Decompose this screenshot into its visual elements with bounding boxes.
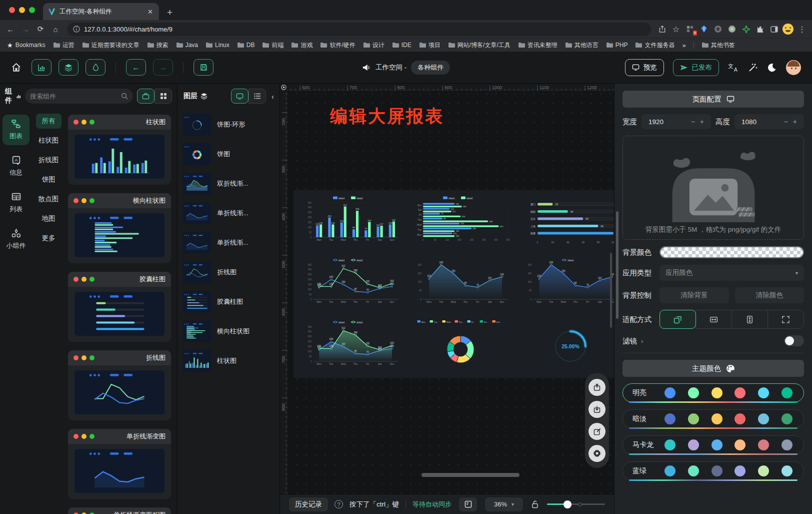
browser-tab[interactable]: 工作空间-各种组件 ✕ <box>43 3 159 20</box>
dark-mode-moon-icon[interactable] <box>767 63 777 73</box>
settings-gear-icon[interactable] <box>588 445 606 462</box>
bookmarks-manager[interactable]: ★ Bookmarks <box>7 42 46 49</box>
browser-menu-icon[interactable]: ⋮ <box>796 23 808 35</box>
dashboard-chart-line-single[interactable]: 050100150200MonTueWedThuFriSatSun1202001… <box>410 256 512 310</box>
height-increase-button[interactable]: + <box>790 118 800 126</box>
component-card[interactable]: 胶囊柱图 <box>68 272 171 342</box>
preview-button[interactable]: 预览 <box>625 59 664 76</box>
zoom-slider-handle[interactable] <box>564 500 572 508</box>
layer-item[interactable]: 单折线渐... <box>182 202 274 224</box>
collapse-panel-chevron-icon[interactable]: ‹ <box>270 92 276 101</box>
layer-item[interactable]: 饼图 <box>182 143 274 165</box>
save-button[interactable] <box>194 59 214 76</box>
background-upload-area[interactable]: 背景图需小于 5M ，格式为 png/jpg/gif 的文件 <box>622 136 804 240</box>
share-icon[interactable] <box>656 23 668 35</box>
component-card[interactable]: 折线图 <box>68 350 171 420</box>
dashboard[interactable]: 050100150200250300350MonTueWedThuFriSatS… <box>294 190 614 378</box>
filter-item[interactable]: 柱状图 <box>38 136 59 145</box>
background-color-swatch[interactable] <box>660 246 804 258</box>
zoom-slider[interactable] <box>547 500 605 508</box>
filter-item[interactable]: 地图 <box>42 214 56 223</box>
category-chart[interactable]: 图表 <box>2 115 30 145</box>
history-button[interactable]: 历史记录 <box>289 497 328 511</box>
filter-item[interactable]: 折线图 <box>38 156 59 165</box>
publish-button[interactable]: 已发布 <box>673 59 720 76</box>
app-type-select[interactable]: 应用颜色 ▾ <box>660 265 804 281</box>
address-bar[interactable]: 127.0.0.1:3000/#/chart/home/9 <box>67 23 651 36</box>
back-icon[interactable]: ← <box>4 23 17 36</box>
layer-item[interactable]: 饼图-环形 <box>182 114 274 136</box>
component-card[interactable]: 单折线渐变面积图 <box>68 507 171 514</box>
bookmark-folder[interactable]: 资讯未整理 <box>518 41 558 50</box>
bottom-panel-toggle-button[interactable] <box>459 497 477 511</box>
bookmark-folder[interactable]: 搜索 <box>147 41 168 50</box>
minimize-window-icon[interactable] <box>19 7 25 13</box>
workspace-name-chip[interactable]: 各种组件 <box>411 61 450 75</box>
layer-thumbnail-view-button[interactable] <box>231 89 248 104</box>
category-table[interactable]: 列表 <box>2 188 30 218</box>
bookmark-folder[interactable]: 游戏 <box>291 41 312 50</box>
dashboard-chart-pie-donut[interactable]: MonTueWedThuFriSatSun <box>410 318 512 372</box>
fit-width-button[interactable] <box>696 310 732 329</box>
new-tab-button[interactable]: + <box>159 7 172 20</box>
bookmark-folder[interactable]: 软件/硬件 <box>320 41 355 50</box>
layer-item[interactable]: 单折线渐... <box>182 232 274 254</box>
category-widget[interactable]: 小组件 <box>2 224 30 255</box>
dashboard-chart-line-gradient[interactable]: 050100150200MonTueWedThuFriSatSundata112… <box>520 256 614 310</box>
bookmark-folder[interactable]: 项目 <box>419 41 440 50</box>
theme-row-马卡龙[interactable]: 马卡龙 <box>622 435 804 454</box>
component-card[interactable]: 单折线渐变图 <box>68 429 171 499</box>
filter-item[interactable]: 饼图 <box>42 175 56 184</box>
width-stepper[interactable]: 1920 − + <box>642 114 711 129</box>
dashboard-chart-bar-horizontal[interactable]: 050100150200250300350data1data2Mon120130… <box>410 194 512 248</box>
bookmark-folder[interactable]: 其他语言 <box>565 41 598 50</box>
bookmark-folder[interactable]: PHP <box>606 41 628 50</box>
chevron-right-icon[interactable]: › <box>641 337 643 345</box>
dashboard-chart-line-double[interactable]: 050100150200250300350MonTueWedThuFriSatS… <box>300 256 402 310</box>
component-grid-view-button[interactable] <box>154 89 172 104</box>
site-info-icon[interactable] <box>73 26 80 33</box>
clear-background-button[interactable]: 清除背景 <box>660 287 729 303</box>
theme-row-明亮[interactable]: 明亮 <box>622 383 804 402</box>
export-button[interactable] <box>588 379 606 396</box>
forward-icon[interactable]: → <box>19 23 32 36</box>
height-stepper[interactable]: 1080 − + <box>734 114 804 129</box>
layer-item[interactable]: 胶囊柱图 <box>182 291 274 313</box>
canvas-horizontal-scrollbar[interactable] <box>422 473 520 477</box>
bookmark-folder[interactable]: 近期需要读的文章 <box>82 41 140 50</box>
component-card[interactable]: 柱状图 <box>68 115 171 185</box>
details-toggle-button[interactable] <box>86 59 106 76</box>
bookmark-folder[interactable]: 前端 <box>262 41 284 50</box>
layer-list-view-button[interactable] <box>248 89 266 104</box>
bookmark-folder[interactable]: 运营 <box>53 41 74 50</box>
bookmark-folder[interactable]: 文件服务器 <box>635 41 674 50</box>
fit-height-button[interactable] <box>732 310 768 329</box>
theme-row-暗淡[interactable]: 暗淡 <box>622 409 804 428</box>
big-screen-title-text[interactable]: 编辑大屏报表 <box>330 105 444 128</box>
other-bookmarks-folder[interactable]: 其他书签 <box>702 41 735 50</box>
bookmark-folder[interactable]: 网站/博客/文章/工具 <box>448 41 510 50</box>
user-avatar[interactable] <box>786 60 801 75</box>
language-switch-icon[interactable]: 文A <box>728 63 739 73</box>
filter-item[interactable]: 更多 <box>42 234 56 243</box>
component-market-view-button[interactable] <box>137 89 154 104</box>
category-info[interactable]: A信息 <box>2 151 30 182</box>
theme-color-header[interactable]: 主题颜色 <box>622 360 804 377</box>
undo-button[interactable]: ← <box>126 59 146 76</box>
gray-circle-extension-icon[interactable] <box>712 23 724 35</box>
bookmark-folder[interactable]: 设计 <box>363 41 384 50</box>
page-config-header[interactable]: 页面配置 <box>622 91 804 108</box>
search-box[interactable] <box>25 89 133 104</box>
redo-button[interactable]: → <box>153 59 173 76</box>
component-card[interactable]: 横向柱状图 <box>68 193 171 263</box>
bookmark-folder[interactable]: Java <box>176 41 198 50</box>
zoom-level-select[interactable]: 36%▾ <box>485 497 523 511</box>
fit-stretch-button[interactable] <box>768 310 804 329</box>
bookmarks-overflow-chevron[interactable]: » <box>682 42 686 49</box>
profile-avatar[interactable] <box>782 23 794 35</box>
reload-icon[interactable]: ⟳ <box>34 23 47 36</box>
layer-item[interactable]: 横向柱状图 <box>182 320 274 342</box>
import-button[interactable] <box>588 401 606 418</box>
width-decrease-button[interactable]: − <box>688 118 698 126</box>
side-panel-icon[interactable] <box>768 23 780 35</box>
